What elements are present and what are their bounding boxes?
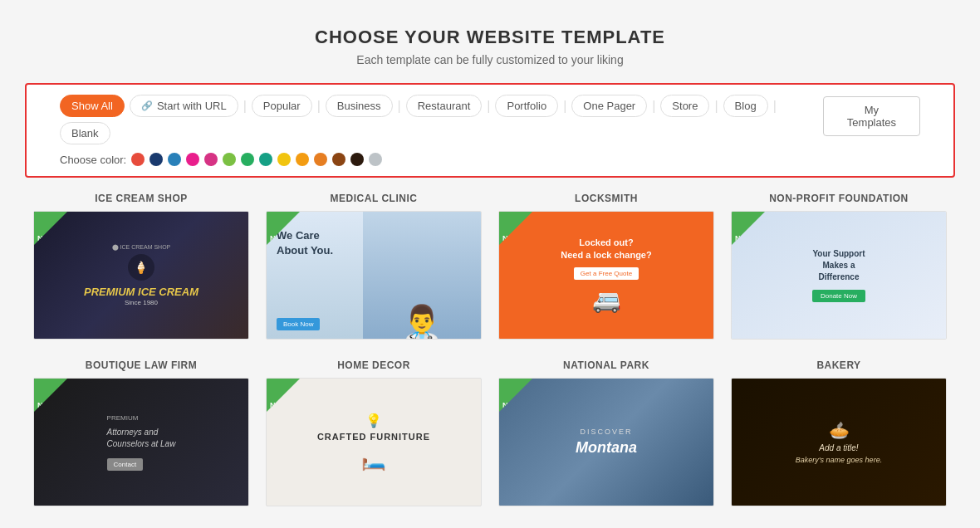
template-thumb-home-decor[interactable]: NEW 💡 CRAFTED FURNITURE 🛏️ xyxy=(266,378,482,506)
new-badge: NEW xyxy=(499,379,532,412)
color-dot-red[interactable] xyxy=(131,153,145,166)
template-name: NATIONAL PARK xyxy=(563,359,649,371)
link-icon: 🔗 xyxy=(141,100,153,111)
color-dot-yellow[interactable] xyxy=(277,153,291,166)
filter-tag-store[interactable]: Store xyxy=(660,95,709,117)
filter-tag-restaurant[interactable]: Restaurant xyxy=(406,95,483,117)
color-dot-orange-red[interactable] xyxy=(314,153,327,166)
tag-separator: | xyxy=(773,99,777,114)
color-dot-blue[interactable] xyxy=(168,153,181,166)
page-subtitle: Each template can be fully customized to… xyxy=(0,53,980,66)
template-thumb-nonprofit-foundation[interactable]: NEW Your SupportMakes aDifference Donate… xyxy=(731,211,947,340)
templates-grid: ICE CREAM SHOPNEW ⬤ ICE CREAM SHOP 🍦 PRE… xyxy=(0,193,980,528)
template-name: HOME DECOR xyxy=(337,359,410,371)
filter-tag-portfolio[interactable]: Portfolio xyxy=(495,95,558,117)
template-card-national-park[interactable]: NATIONAL PARKNEW Discover Montana xyxy=(498,359,714,506)
template-thumb-national-park[interactable]: NEW Discover Montana xyxy=(498,378,714,506)
filter-tag-show-all[interactable]: Show All xyxy=(60,95,125,117)
color-dot-pink[interactable] xyxy=(186,153,199,166)
filter-tags: Show All🔗Start with URL|Popular|Business… xyxy=(60,95,823,144)
new-badge: NEW xyxy=(499,212,532,245)
filter-left: Show All🔗Start with URL|Popular|Business… xyxy=(60,95,823,166)
new-badge: NEW xyxy=(34,379,67,412)
template-name: LOCKSMITH xyxy=(575,193,638,204)
template-card-bakery[interactable]: BAKERY🥧 Add a title! Bakery's name goes … xyxy=(731,359,947,506)
color-dot-magenta[interactable] xyxy=(204,153,218,166)
template-thumb-ice-cream-shop[interactable]: NEW ⬤ ICE CREAM SHOP 🍦 PREMIUM ICE CREAM… xyxy=(33,211,249,340)
template-card-home-decor[interactable]: HOME DECORNEW 💡 CRAFTED FURNITURE 🛏️ xyxy=(266,359,482,506)
template-card-nonprofit-foundation[interactable]: NON-PROFIT FOUNDATIONNEW Your SupportMak… xyxy=(731,193,947,340)
tag-separator: | xyxy=(317,99,321,114)
template-card-locksmith[interactable]: LOCKSMITHNEW Locked out?Need a lock chan… xyxy=(498,193,714,340)
tag-separator: | xyxy=(398,99,401,114)
template-thumb-bakery[interactable]: 🥧 Add a title! Bakery's name goes here. xyxy=(731,378,947,506)
page-title: CHOOSE YOUR WEBSITE TEMPLATE xyxy=(0,27,980,48)
template-name: MEDICAL CLINIC xyxy=(331,193,418,204)
template-card-ice-cream-shop[interactable]: ICE CREAM SHOPNEW ⬤ ICE CREAM SHOP 🍦 PRE… xyxy=(33,193,249,340)
filter-tag-popular[interactable]: Popular xyxy=(252,95,312,117)
color-label: Choose color: xyxy=(60,154,126,166)
tag-separator: | xyxy=(487,99,490,114)
template-thumb-locksmith[interactable]: NEW Locked out?Need a lock change? Get a… xyxy=(498,211,714,340)
color-dot-light-gray[interactable] xyxy=(369,153,382,166)
template-thumb-boutique-law-firm[interactable]: NEW PREMIUM Attorneys andCounselors at L… xyxy=(33,378,249,506)
color-row: Choose color: xyxy=(60,153,823,166)
template-card-medical-clinic[interactable]: MEDICAL CLINICNEW We CareAbout You. Book… xyxy=(266,193,482,340)
filter-tag-blog[interactable]: Blog xyxy=(723,95,768,117)
tag-separator: | xyxy=(714,99,718,114)
new-badge: NEW xyxy=(34,212,67,245)
template-thumb-medical-clinic[interactable]: NEW We CareAbout You. Book Now 👨‍⚕️ xyxy=(266,211,482,340)
color-dot-orange[interactable] xyxy=(296,153,309,166)
filter-bar: Show All🔗Start with URL|Popular|Business… xyxy=(25,83,955,178)
template-name: BAKERY xyxy=(816,359,860,371)
template-card-boutique-law-firm[interactable]: BOUTIQUE LAW FIRMNEW PREMIUM Attorneys a… xyxy=(33,359,249,506)
new-badge: NEW xyxy=(267,379,300,412)
tag-separator: | xyxy=(563,99,566,114)
filter-tag-one-pager[interactable]: One Pager xyxy=(571,95,647,117)
tag-separator: | xyxy=(652,99,655,114)
color-dot-green-light[interactable] xyxy=(223,153,236,166)
color-dot-teal[interactable] xyxy=(259,153,272,166)
color-dot-green[interactable] xyxy=(241,153,254,166)
my-templates-button[interactable]: My Templates xyxy=(823,96,920,136)
filter-tag-business[interactable]: Business xyxy=(326,95,393,117)
filter-tag-start-url[interactable]: 🔗Start with URL xyxy=(130,95,238,117)
color-dot-dark-brown[interactable] xyxy=(350,153,364,166)
tag-separator: | xyxy=(243,99,247,114)
template-name: BOUTIQUE LAW FIRM xyxy=(86,359,198,371)
template-name: ICE CREAM SHOP xyxy=(95,193,188,204)
color-dot-brown[interactable] xyxy=(332,153,345,166)
color-dot-dark-blue[interactable] xyxy=(149,153,163,166)
template-name: NON-PROFIT FOUNDATION xyxy=(769,193,909,204)
page-header: CHOOSE YOUR WEBSITE TEMPLATE Each templa… xyxy=(0,0,980,83)
filter-tag-blank[interactable]: Blank xyxy=(60,122,110,144)
